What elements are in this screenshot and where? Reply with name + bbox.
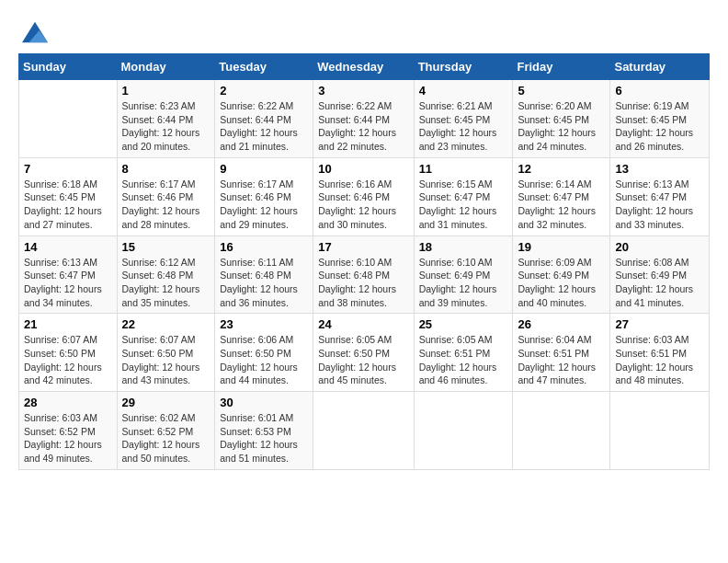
calendar-day-cell: 2Sunrise: 6:22 AM Sunset: 6:44 PM Daylig… (215, 80, 313, 158)
weekday-header: Tuesday (215, 54, 313, 80)
day-info: Sunrise: 6:18 AM Sunset: 6:45 PM Dayligh… (24, 178, 112, 232)
day-info: Sunrise: 6:13 AM Sunset: 6:47 PM Dayligh… (24, 256, 112, 310)
day-number: 16 (220, 240, 308, 254)
day-number: 8 (122, 162, 210, 176)
day-number: 26 (518, 317, 605, 331)
weekday-header: Sunday (19, 54, 118, 80)
day-info: Sunrise: 6:22 AM Sunset: 6:44 PM Dayligh… (318, 99, 408, 154)
calendar-day-cell: 21Sunrise: 6:07 AM Sunset: 6:50 PM Dayli… (19, 314, 118, 392)
calendar-day-cell: 15Sunrise: 6:12 AM Sunset: 6:48 PM Dayli… (117, 236, 215, 314)
day-number: 3 (318, 84, 408, 98)
weekday-header: Saturday (610, 54, 710, 80)
day-info: Sunrise: 6:13 AM Sunset: 6:47 PM Dayligh… (615, 178, 704, 232)
calendar-day-cell: 22Sunrise: 6:07 AM Sunset: 6:50 PM Dayli… (117, 314, 215, 392)
calendar-week-row: 21Sunrise: 6:07 AM Sunset: 6:50 PM Dayli… (19, 314, 710, 392)
day-info: Sunrise: 6:10 AM Sunset: 6:49 PM Dayligh… (419, 256, 508, 310)
logo (18, 18, 48, 44)
day-number: 21 (24, 317, 112, 331)
day-info: Sunrise: 6:06 AM Sunset: 6:50 PM Dayligh… (220, 333, 308, 387)
logo-icon (22, 18, 48, 44)
page-header (18, 18, 710, 44)
day-info: Sunrise: 6:04 AM Sunset: 6:51 PM Dayligh… (518, 333, 605, 387)
weekday-header: Thursday (414, 54, 513, 80)
calendar-day-cell: 30Sunrise: 6:01 AM Sunset: 6:53 PM Dayli… (215, 392, 313, 470)
calendar-day-cell: 8Sunrise: 6:17 AM Sunset: 6:46 PM Daylig… (117, 157, 215, 236)
calendar-week-row: 7Sunrise: 6:18 AM Sunset: 6:45 PM Daylig… (19, 157, 710, 236)
calendar-table: SundayMondayTuesdayWednesdayThursdayFrid… (18, 53, 710, 470)
day-info: Sunrise: 6:21 AM Sunset: 6:45 PM Dayligh… (419, 99, 508, 154)
day-number: 6 (615, 84, 704, 98)
day-info: Sunrise: 6:02 AM Sunset: 6:52 PM Dayligh… (122, 411, 210, 465)
day-number: 11 (419, 162, 508, 176)
day-info: Sunrise: 6:07 AM Sunset: 6:50 PM Dayligh… (24, 333, 112, 387)
day-number: 29 (122, 396, 210, 409)
day-number: 23 (220, 317, 308, 331)
day-info: Sunrise: 6:05 AM Sunset: 6:50 PM Dayligh… (318, 333, 408, 387)
day-info: Sunrise: 6:12 AM Sunset: 6:48 PM Dayligh… (122, 256, 210, 310)
day-info: Sunrise: 6:15 AM Sunset: 6:47 PM Dayligh… (419, 178, 508, 232)
day-info: Sunrise: 6:17 AM Sunset: 6:46 PM Dayligh… (220, 178, 308, 232)
day-info: Sunrise: 6:11 AM Sunset: 6:48 PM Dayligh… (220, 256, 308, 310)
calendar-week-row: 28Sunrise: 6:03 AM Sunset: 6:52 PM Dayli… (19, 392, 710, 470)
calendar-day-cell (19, 80, 118, 158)
calendar-day-cell: 28Sunrise: 6:03 AM Sunset: 6:52 PM Dayli… (19, 392, 118, 470)
calendar-day-cell: 17Sunrise: 6:10 AM Sunset: 6:48 PM Dayli… (313, 236, 414, 314)
day-info: Sunrise: 6:01 AM Sunset: 6:53 PM Dayligh… (220, 411, 308, 465)
calendar-day-cell: 19Sunrise: 6:09 AM Sunset: 6:49 PM Dayli… (513, 236, 610, 314)
calendar-day-cell: 11Sunrise: 6:15 AM Sunset: 6:47 PM Dayli… (414, 157, 513, 236)
calendar-day-cell (414, 392, 513, 470)
calendar-day-cell: 13Sunrise: 6:13 AM Sunset: 6:47 PM Dayli… (610, 157, 710, 236)
calendar-day-cell: 23Sunrise: 6:06 AM Sunset: 6:50 PM Dayli… (215, 314, 313, 392)
day-info: Sunrise: 6:08 AM Sunset: 6:49 PM Dayligh… (615, 256, 704, 310)
day-info: Sunrise: 6:14 AM Sunset: 6:47 PM Dayligh… (518, 178, 605, 232)
day-number: 14 (24, 240, 112, 254)
day-number: 5 (518, 84, 605, 98)
weekday-header-row: SundayMondayTuesdayWednesdayThursdayFrid… (19, 54, 710, 80)
calendar-day-cell (313, 392, 414, 470)
day-info: Sunrise: 6:17 AM Sunset: 6:46 PM Dayligh… (122, 178, 210, 232)
calendar-week-row: 14Sunrise: 6:13 AM Sunset: 6:47 PM Dayli… (19, 236, 710, 314)
calendar-day-cell: 3Sunrise: 6:22 AM Sunset: 6:44 PM Daylig… (313, 80, 414, 158)
day-info: Sunrise: 6:07 AM Sunset: 6:50 PM Dayligh… (122, 333, 210, 387)
day-info: Sunrise: 6:19 AM Sunset: 6:45 PM Dayligh… (615, 99, 704, 154)
calendar-day-cell: 26Sunrise: 6:04 AM Sunset: 6:51 PM Dayli… (513, 314, 610, 392)
day-info: Sunrise: 6:03 AM Sunset: 6:51 PM Dayligh… (615, 333, 704, 387)
calendar-day-cell: 24Sunrise: 6:05 AM Sunset: 6:50 PM Dayli… (313, 314, 414, 392)
day-number: 15 (122, 240, 210, 254)
day-number: 2 (220, 84, 308, 98)
calendar-day-cell: 6Sunrise: 6:19 AM Sunset: 6:45 PM Daylig… (610, 80, 710, 158)
day-number: 25 (419, 317, 508, 331)
day-number: 19 (518, 240, 605, 254)
day-info: Sunrise: 6:16 AM Sunset: 6:46 PM Dayligh… (318, 178, 408, 232)
day-number: 13 (615, 162, 704, 176)
calendar-day-cell: 18Sunrise: 6:10 AM Sunset: 6:49 PM Dayli… (414, 236, 513, 314)
day-number: 7 (24, 162, 112, 176)
calendar-day-cell: 1Sunrise: 6:23 AM Sunset: 6:44 PM Daylig… (117, 80, 215, 158)
calendar-day-cell (513, 392, 610, 470)
day-info: Sunrise: 6:03 AM Sunset: 6:52 PM Dayligh… (24, 411, 112, 465)
calendar-day-cell: 27Sunrise: 6:03 AM Sunset: 6:51 PM Dayli… (610, 314, 710, 392)
calendar-week-row: 1Sunrise: 6:23 AM Sunset: 6:44 PM Daylig… (19, 80, 710, 158)
calendar-day-cell: 4Sunrise: 6:21 AM Sunset: 6:45 PM Daylig… (414, 80, 513, 158)
day-number: 20 (615, 240, 704, 254)
calendar-day-cell: 5Sunrise: 6:20 AM Sunset: 6:45 PM Daylig… (513, 80, 610, 158)
calendar-day-cell: 20Sunrise: 6:08 AM Sunset: 6:49 PM Dayli… (610, 236, 710, 314)
day-info: Sunrise: 6:10 AM Sunset: 6:48 PM Dayligh… (318, 256, 408, 310)
day-number: 28 (24, 396, 112, 409)
day-number: 18 (419, 240, 508, 254)
weekday-header: Friday (513, 54, 610, 80)
day-info: Sunrise: 6:22 AM Sunset: 6:44 PM Dayligh… (220, 99, 308, 154)
calendar-day-cell: 7Sunrise: 6:18 AM Sunset: 6:45 PM Daylig… (19, 157, 118, 236)
day-number: 17 (318, 240, 408, 254)
calendar-day-cell: 29Sunrise: 6:02 AM Sunset: 6:52 PM Dayli… (117, 392, 215, 470)
day-info: Sunrise: 6:05 AM Sunset: 6:51 PM Dayligh… (419, 333, 508, 387)
day-number: 10 (318, 162, 408, 176)
calendar-day-cell: 16Sunrise: 6:11 AM Sunset: 6:48 PM Dayli… (215, 236, 313, 314)
day-info: Sunrise: 6:09 AM Sunset: 6:49 PM Dayligh… (518, 256, 605, 310)
day-number: 22 (122, 317, 210, 331)
day-number: 4 (419, 84, 508, 98)
day-info: Sunrise: 6:23 AM Sunset: 6:44 PM Dayligh… (122, 99, 210, 154)
calendar-day-cell (610, 392, 710, 470)
day-number: 12 (518, 162, 605, 176)
weekday-header: Wednesday (313, 54, 414, 80)
